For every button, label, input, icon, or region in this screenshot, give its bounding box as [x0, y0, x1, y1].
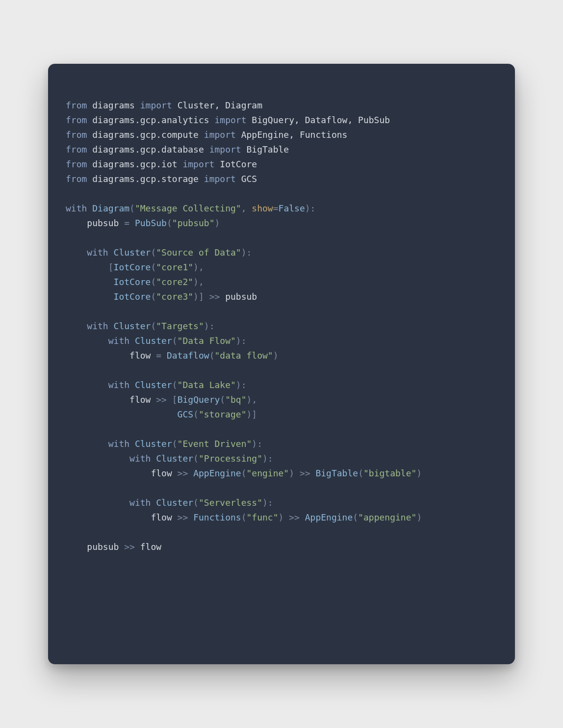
paren-close: ) [193, 277, 199, 287]
bool-literal: False [279, 203, 305, 213]
paren-open: ( [193, 497, 199, 508]
bracket-open: [ [172, 394, 178, 405]
with-line: with Cluster("Targets"): [66, 321, 215, 331]
comma: , [252, 394, 257, 405]
paren-open: ( [151, 277, 156, 287]
colon: : [310, 203, 316, 213]
expr-line: flow >> AppEngine("engine") >> BigTable(… [66, 468, 422, 478]
keyword-with: with [129, 497, 151, 508]
paren-open: ( [220, 394, 225, 405]
import-names: Cluster, Diagram [178, 100, 262, 110]
paren-open: ( [151, 247, 156, 258]
colon: : [247, 247, 252, 258]
module-path: diagrams.gcp.analytics [92, 115, 209, 125]
keyword-from: from [66, 159, 87, 169]
callable-iotcore: IotCore [114, 291, 151, 302]
callable-cluster: Cluster [135, 380, 172, 390]
paren-close: ) [215, 218, 220, 228]
paren-open: ( [241, 512, 247, 522]
list-line: IotCore("core2"), [66, 277, 204, 287]
paren-open: ( [129, 203, 135, 213]
module-path: diagrams.gcp.database [92, 144, 204, 155]
module-path: diagrams [92, 100, 135, 110]
list-line: IotCore("core3")] >> pubsub [66, 291, 257, 302]
paren-close: ) [193, 262, 199, 272]
with-line: with Cluster("Source of Data"): [66, 247, 252, 258]
callable-cluster: Cluster [114, 321, 151, 331]
callable-dataflow: Dataflow [167, 350, 209, 361]
var-name: flow [129, 394, 151, 405]
keyword-import: import [182, 159, 214, 169]
with-line: with Cluster("Processing"): [66, 453, 273, 464]
var-name: flow [151, 468, 172, 478]
paren-open: ( [151, 262, 156, 272]
keyword-from: from [66, 174, 87, 184]
string-literal: "Data Lake" [178, 380, 236, 390]
import-line: from diagrams.gcp.storage import GCS [66, 174, 257, 184]
comma: , [241, 203, 252, 213]
string-literal: "Data Flow" [178, 336, 236, 346]
keyword-import: import [204, 130, 236, 140]
colon: : [209, 321, 215, 331]
paren-close: ) [289, 468, 294, 478]
callable-bigtable: BigTable [315, 468, 358, 478]
keyword-import: import [214, 115, 246, 125]
var-name: pubsub [87, 218, 119, 228]
keyword-with: with [108, 336, 129, 346]
paren-open: ( [172, 439, 178, 449]
comma: , [199, 277, 204, 287]
callable-appengine: AppEngine [305, 512, 353, 522]
paren-open: ( [193, 409, 199, 419]
operator-shift: >> [209, 291, 220, 302]
callable-diagram: Diagram [92, 203, 129, 213]
callable-cluster: Cluster [135, 336, 172, 346]
colon: : [257, 439, 262, 449]
paren-close: ) [273, 350, 279, 361]
keyword-import: import [140, 100, 172, 110]
string-literal: "Targets" [156, 321, 204, 331]
paren-close: ) [246, 409, 252, 419]
keyword-from: from [66, 144, 87, 155]
kwarg-name: show [252, 203, 273, 213]
paren-open: ( [241, 468, 247, 478]
operator-shift: >> [178, 468, 188, 478]
bracket-close: ] [252, 409, 257, 419]
string-literal: "Source of Data" [156, 247, 241, 258]
keyword-with: with [108, 380, 129, 390]
callable-cluster: Cluster [156, 453, 193, 464]
import-line: from diagrams.gcp.analytics import BigQu… [66, 115, 390, 125]
keyword-from: from [66, 100, 87, 110]
expr-line: pubsub >> flow [66, 542, 161, 552]
import-names: AppEngine, Functions [241, 130, 348, 140]
bracket-close: ] [199, 291, 204, 302]
assign-line: pubsub = PubSub("pubsub") [66, 218, 220, 228]
colon: : [241, 336, 247, 346]
import-line: from diagrams.gcp.database import BigTab… [66, 144, 289, 155]
keyword-import: import [204, 174, 236, 184]
colon: : [241, 380, 247, 390]
callable-bigquery: BigQuery [178, 394, 220, 405]
string-literal: "bq" [225, 394, 246, 405]
paren-close: ) [279, 512, 284, 522]
string-literal: "data flow" [214, 350, 273, 361]
import-names: GCS [241, 174, 257, 184]
paren-close: ) [416, 468, 422, 478]
string-literal: "bigtable" [363, 468, 416, 478]
callable-cluster: Cluster [114, 247, 151, 258]
paren-open: ( [353, 512, 358, 522]
keyword-from: from [66, 130, 87, 140]
expr-line: GCS("storage")] [66, 409, 257, 419]
import-names: BigTable [247, 144, 289, 155]
keyword-with: with [108, 439, 129, 449]
keyword-import: import [209, 144, 241, 155]
import-names: IotCore [220, 159, 257, 169]
string-literal: "appengine" [358, 512, 416, 522]
with-line: with Cluster("Data Flow"): [66, 336, 247, 346]
paren-close: ) [236, 336, 241, 346]
paren-close: ) [262, 453, 268, 464]
paren-open: ( [151, 291, 156, 302]
callable-pubsub: PubSub [135, 218, 167, 228]
operator-shift: >> [156, 394, 167, 405]
import-line: from diagrams import Cluster, Diagram [66, 100, 262, 110]
string-literal: "Message Collecting" [135, 203, 241, 213]
